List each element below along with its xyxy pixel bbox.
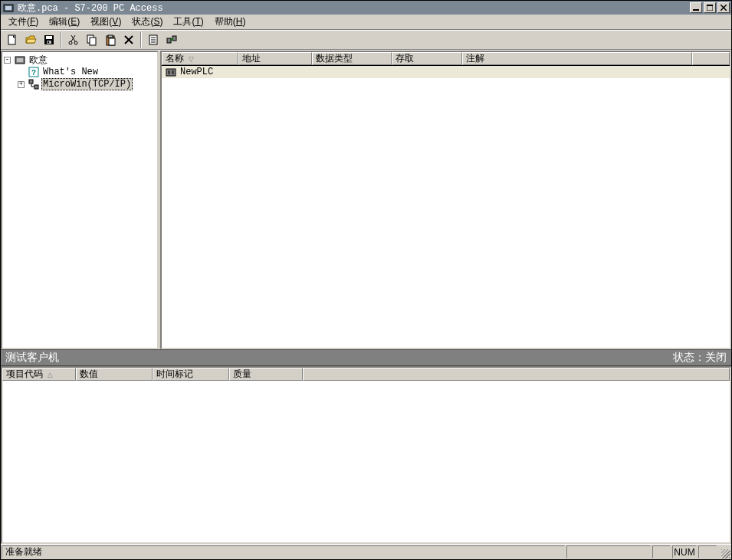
list-item-name: NewPLC <box>180 67 213 77</box>
plc-icon <box>165 66 177 78</box>
paste-button[interactable] <box>102 31 119 48</box>
col-itemid[interactable]: 项目代码△ <box>2 368 76 381</box>
tree-item-microwin[interactable]: + MicroWin(TCP/IP) <box>4 78 156 90</box>
svg-rect-9 <box>48 41 49 43</box>
save-button[interactable] <box>41 31 57 48</box>
svg-rect-7 <box>46 36 52 39</box>
col-datatype[interactable]: 数据类型 <box>312 52 392 65</box>
status-text: 准备就绪 <box>2 545 565 558</box>
test-client-title: 测试客户机 <box>5 351 59 365</box>
tree-item-whatsnew[interactable]: ? What's New <box>4 66 156 78</box>
sort-asc-icon: △ <box>48 371 53 378</box>
menu-tools[interactable]: 工具(T) <box>169 14 208 30</box>
svg-rect-27 <box>29 80 33 84</box>
list-header: 名称▽ 地址 数据类型 存取 注解 <box>162 52 730 66</box>
network-icon <box>28 78 40 90</box>
properties-button[interactable] <box>145 31 162 48</box>
svg-rect-21 <box>167 38 171 43</box>
svg-rect-29 <box>166 69 176 76</box>
svg-rect-2 <box>693 9 699 11</box>
svg-rect-15 <box>108 35 113 38</box>
list-item[interactable]: NewPLC <box>162 66 730 78</box>
connect-button[interactable] <box>163 31 180 48</box>
tree-item-label: MicroWin(TCP/IP) <box>41 78 133 90</box>
maximize-button[interactable] <box>704 2 716 13</box>
col-timestamp[interactable]: 时间标记 <box>153 368 229 381</box>
main-window: 欧意.pca - S7-200 PC Access 文件(F) 编辑(E) 视图… <box>0 0 732 560</box>
project-tree[interactable]: - 欧意 ? What's New + MicroWin(TCP/IP) <box>1 51 159 349</box>
test-client-panel[interactable]: 项目代码△ 数值 时间标记 质量 <box>1 366 731 544</box>
status-cell <box>698 545 717 558</box>
test-client-body[interactable] <box>2 381 730 542</box>
svg-point-10 <box>69 41 72 44</box>
menu-view[interactable]: 视图(V) <box>86 14 126 30</box>
titlebar-text: 欧意.pca - S7-200 PC Access <box>18 2 690 15</box>
col-spacer <box>303 368 730 381</box>
new-button[interactable] <box>4 31 21 48</box>
resize-grip-icon[interactable] <box>718 545 730 558</box>
test-client-bar: 测试客户机 状态：关闭 <box>1 349 731 366</box>
col-spacer <box>692 52 730 65</box>
close-button[interactable] <box>717 2 730 13</box>
svg-rect-28 <box>34 85 38 89</box>
status-num: NUM <box>672 545 697 558</box>
cut-button[interactable] <box>65 31 82 48</box>
menu-status[interactable]: 状态(S) <box>127 14 167 30</box>
svg-rect-31 <box>172 70 174 74</box>
col-access[interactable]: 存取 <box>392 52 462 65</box>
toolbar <box>1 30 731 50</box>
test-client-header: 项目代码△ 数值 时间标记 质量 <box>2 368 730 381</box>
main-area: - 欧意 ? What's New + MicroWin(TCP/IP) <box>1 50 731 349</box>
toolbar-separator <box>61 32 62 47</box>
menubar: 文件(F) 编辑(E) 视图(V) 状态(S) 工具(T) 帮助(H) <box>1 15 731 30</box>
project-icon <box>14 54 26 66</box>
svg-point-11 <box>74 41 77 44</box>
col-value[interactable]: 数值 <box>76 368 153 381</box>
test-client-status: 状态：关闭 <box>673 351 727 365</box>
open-button[interactable] <box>22 31 39 48</box>
menu-edit[interactable]: 编辑(E) <box>44 14 84 30</box>
svg-rect-30 <box>168 70 170 74</box>
col-comment[interactable]: 注解 <box>462 52 692 65</box>
delete-button[interactable] <box>120 31 137 48</box>
status-cell <box>652 545 671 558</box>
svg-rect-16 <box>109 38 115 45</box>
svg-rect-1 <box>5 6 11 10</box>
tree-root-label: 欧意 <box>28 54 49 67</box>
app-icon <box>2 2 15 14</box>
copy-button[interactable] <box>84 31 100 48</box>
svg-rect-13 <box>90 38 96 45</box>
svg-rect-24 <box>17 58 23 62</box>
menu-help[interactable]: 帮助(H) <box>210 14 251 30</box>
tree-root[interactable]: - 欧意 <box>4 54 156 66</box>
col-quality[interactable]: 质量 <box>229 368 303 381</box>
status-cell <box>566 545 651 558</box>
col-address[interactable]: 地址 <box>238 52 312 65</box>
tree-item-label: What's New <box>41 67 100 77</box>
titlebar[interactable]: 欧意.pca - S7-200 PC Access <box>1 1 731 15</box>
statusbar: 准备就绪 NUM <box>1 544 731 559</box>
collapse-icon[interactable]: - <box>4 57 11 64</box>
svg-rect-4 <box>707 5 713 6</box>
svg-rect-22 <box>172 36 176 41</box>
col-name[interactable]: 名称▽ <box>162 52 238 65</box>
expand-icon[interactable]: + <box>18 81 25 88</box>
menu-file[interactable]: 文件(F) <box>4 14 43 30</box>
item-list[interactable]: 名称▽ 地址 数据类型 存取 注解 NewPLC <box>160 51 731 349</box>
list-body[interactable]: NewPLC <box>162 66 730 348</box>
help-icon: ? <box>28 66 40 78</box>
sort-desc-icon: ▽ <box>189 55 194 63</box>
window-controls <box>690 2 730 13</box>
minimize-button[interactable] <box>690 2 702 13</box>
toolbar-separator <box>140 32 142 47</box>
svg-text:?: ? <box>31 69 36 77</box>
